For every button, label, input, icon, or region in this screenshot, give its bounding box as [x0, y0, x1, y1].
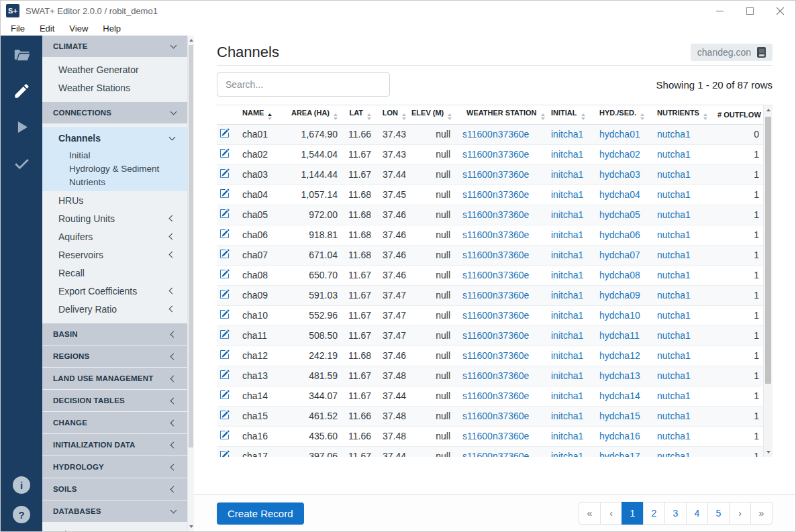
search-input[interactable] — [217, 72, 390, 97]
column-header-lon[interactable]: LON — [374, 105, 409, 124]
edit-record-icon[interactable] — [219, 450, 230, 457]
table-scrollbar-thumb[interactable] — [765, 117, 771, 384]
sidebar-item-routing-units[interactable]: Routing Units — [42, 209, 187, 227]
create-record-button[interactable]: Create Record — [217, 502, 304, 525]
weather-link[interactable]: s11600n37360e — [462, 290, 529, 301]
sidebar-item-delivery-ratio[interactable]: Delivery Ratio — [42, 300, 187, 318]
sidebar-item-export-coefficients[interactable]: Export Coefficients — [42, 282, 187, 300]
weather-link[interactable]: s11600n37360e — [462, 330, 529, 341]
table-scrollbar[interactable] — [763, 105, 773, 457]
edit-record-icon[interactable] — [219, 209, 230, 219]
sidebar-section-databases[interactable]: DATABASES — [42, 500, 187, 522]
page-button-3[interactable]: 3 — [664, 502, 687, 525]
menu-file[interactable]: File — [3, 23, 32, 34]
hyd-link[interactable]: hydcha16 — [599, 431, 640, 441]
weather-link[interactable]: s11600n37360e — [462, 411, 529, 421]
sidebar-subitem-nutrients[interactable]: Nutrients — [42, 175, 187, 189]
sidebar-item-weather-stations[interactable]: Weather Stations — [42, 78, 187, 97]
weather-link[interactable]: s11600n37360e — [462, 390, 529, 401]
edit-record-icon[interactable] — [219, 350, 230, 360]
sidebar-scrollbar[interactable] — [187, 36, 194, 531]
column-header-weather-station[interactable]: WEATHER STATION — [453, 105, 544, 124]
hyd-link[interactable]: hydcha06 — [599, 229, 640, 240]
menu-view[interactable]: View — [62, 23, 95, 34]
nutrients-link[interactable]: nutcha1 — [657, 310, 691, 321]
weather-link[interactable]: s11600n37360e — [462, 250, 529, 260]
column-header-nutrients[interactable]: NUTRIENTS — [652, 105, 715, 124]
edit-record-icon[interactable] — [219, 370, 230, 380]
nutrients-link[interactable]: nutcha1 — [657, 209, 691, 220]
initial-link[interactable]: initcha1 — [551, 330, 583, 341]
weather-link[interactable]: s11600n37360e — [462, 229, 529, 240]
hyd-link[interactable]: hydcha12 — [599, 350, 640, 361]
edit-record-icon[interactable] — [219, 289, 230, 299]
initial-link[interactable]: initcha1 — [551, 149, 583, 160]
initial-link[interactable]: initcha1 — [551, 310, 583, 321]
nutrients-link[interactable]: nutcha1 — [657, 390, 691, 401]
hyd-link[interactable]: hydcha02 — [599, 149, 640, 160]
check-output-icon[interactable] — [12, 154, 31, 172]
edit-record-icon[interactable] — [219, 309, 230, 319]
sidebar-section-change[interactable]: CHANGE — [42, 412, 187, 433]
edit-record-icon[interactable] — [219, 390, 230, 400]
edit-inputs-icon[interactable] — [12, 81, 31, 100]
initial-link[interactable]: initcha1 — [551, 229, 583, 240]
edit-record-icon[interactable] — [219, 430, 230, 440]
weather-link[interactable]: s11600n37360e — [462, 310, 529, 321]
file-badge[interactable]: chandeg.con — [691, 44, 773, 61]
hyd-link[interactable]: hydcha13 — [599, 370, 640, 381]
sidebar-section-soils[interactable]: SOILS — [42, 478, 187, 500]
close-button[interactable] — [765, 1, 795, 21]
initial-link[interactable]: initcha1 — [551, 169, 583, 180]
initial-link[interactable]: initcha1 — [551, 370, 583, 381]
info-icon[interactable]: i — [13, 476, 30, 494]
page-button-»[interactable]: » — [750, 502, 773, 525]
hyd-link[interactable]: hydcha07 — [599, 250, 640, 260]
column-header-name[interactable]: NAME — [240, 105, 280, 124]
nutrients-link[interactable]: nutcha1 — [657, 431, 691, 441]
nutrients-link[interactable]: nutcha1 — [657, 129, 691, 140]
help-icon[interactable]: ? — [13, 506, 30, 523]
nutrients-link[interactable]: nutcha1 — [657, 451, 691, 457]
hyd-link[interactable]: hydcha01 — [599, 129, 640, 140]
sidebar-section-climate[interactable]: CLIMATE — [42, 36, 187, 57]
weather-link[interactable]: s11600n37360e — [462, 169, 529, 180]
hyd-link[interactable]: hydcha09 — [599, 290, 640, 301]
page-button-«[interactable]: « — [579, 502, 601, 525]
edit-record-icon[interactable] — [219, 189, 230, 199]
initial-link[interactable]: initcha1 — [551, 411, 583, 421]
initial-link[interactable]: initcha1 — [551, 350, 583, 361]
weather-link[interactable]: s11600n37360e — [462, 451, 529, 457]
initial-link[interactable]: initcha1 — [551, 209, 583, 220]
page-button-4[interactable]: 4 — [686, 502, 708, 525]
edit-record-icon[interactable] — [219, 128, 230, 138]
initial-link[interactable]: initcha1 — [551, 189, 583, 200]
edit-record-icon[interactable] — [219, 410, 230, 420]
sidebar-section-initialization-data[interactable]: INITIALIZATION DATA — [42, 434, 187, 456]
sidebar-section-decision-tables[interactable]: DECISION TABLES — [42, 390, 187, 411]
initial-link[interactable]: initcha1 — [551, 250, 583, 260]
initial-link[interactable]: initcha1 — [551, 290, 583, 301]
edit-record-icon[interactable] — [219, 269, 230, 279]
nutrients-link[interactable]: nutcha1 — [657, 169, 691, 180]
sidebar-subitem-hydrology-sediment[interactable]: Hydrology & Sediment — [42, 162, 187, 175]
nutrients-link[interactable]: nutcha1 — [657, 149, 691, 160]
sidebar-subitem-initial[interactable]: Initial — [42, 148, 187, 162]
initial-link[interactable]: initcha1 — [551, 270, 583, 280]
sidebar-section-land-use-management[interactable]: LAND USE MANAGEMENT — [42, 368, 187, 389]
column-header-hyd-sed[interactable]: HYD./SED. — [594, 105, 652, 124]
page-button-›[interactable]: › — [729, 502, 751, 525]
initial-link[interactable]: initcha1 — [551, 451, 583, 457]
menu-edit[interactable]: Edit — [32, 23, 62, 34]
hyd-link[interactable]: hydcha15 — [599, 411, 640, 421]
nutrients-link[interactable]: nutcha1 — [657, 250, 691, 260]
edit-record-icon[interactable] — [219, 148, 230, 158]
edit-record-icon[interactable] — [219, 249, 230, 259]
weather-link[interactable]: s11600n37360e — [462, 189, 529, 200]
hyd-link[interactable]: hydcha05 — [599, 209, 640, 220]
hyd-link[interactable]: hydcha08 — [599, 270, 640, 280]
sidebar-item-hrus[interactable]: HRUs — [42, 191, 187, 209]
weather-link[interactable]: s11600n37360e — [462, 270, 529, 280]
hyd-link[interactable]: hydcha17 — [599, 451, 640, 457]
hyd-link[interactable]: hydcha10 — [599, 310, 640, 321]
